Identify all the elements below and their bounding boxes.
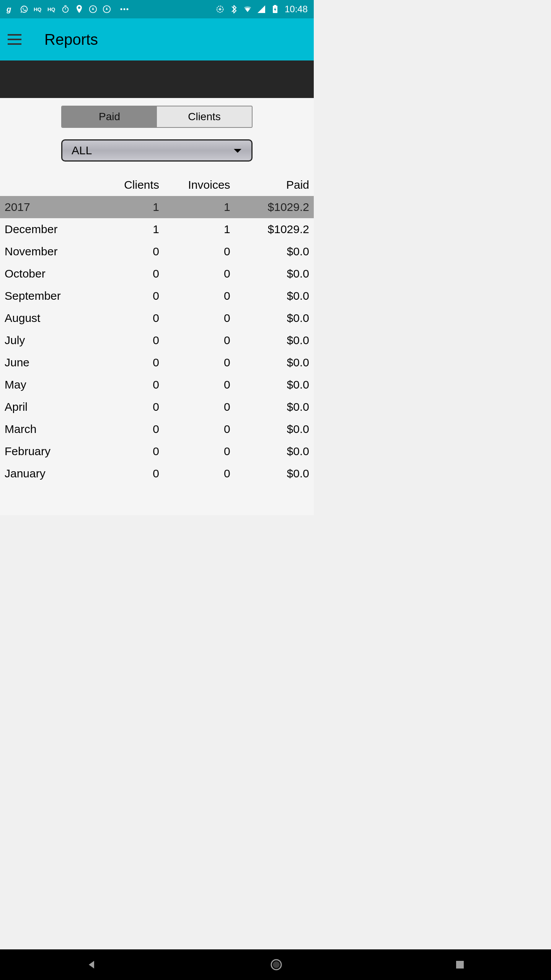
row-paid: $0.0 xyxy=(238,312,309,325)
row-invoices: 0 xyxy=(167,423,238,436)
table-row[interactable]: March00$0.0 xyxy=(0,418,314,440)
row-invoices: 0 xyxy=(167,289,238,302)
header-clients: Clients xyxy=(104,178,167,191)
row-paid: $0.0 xyxy=(238,267,309,280)
row-invoices: 0 xyxy=(167,245,238,258)
row-clients: 0 xyxy=(104,378,167,391)
svg-text:HQ: HQ xyxy=(34,7,41,12)
row-clients: 0 xyxy=(104,267,167,280)
location-icon xyxy=(75,5,83,13)
svg-point-3 xyxy=(63,7,68,13)
row-clients: 0 xyxy=(104,423,167,436)
table-row[interactable]: November00$0.0 xyxy=(0,240,314,263)
row-clients: 0 xyxy=(104,334,167,347)
menu-icon[interactable] xyxy=(8,34,21,45)
table-row[interactable]: December11$1029.2 xyxy=(0,218,314,240)
status-time: 10:48 xyxy=(285,4,308,15)
row-clients: 0 xyxy=(104,312,167,325)
row-label: April xyxy=(5,400,104,413)
table-row[interactable]: June00$0.0 xyxy=(0,351,314,374)
dropdown-value: ALL xyxy=(72,144,92,157)
tab-clients[interactable]: Clients xyxy=(157,106,252,127)
summary-row[interactable]: 2017 1 1 $1029.2 xyxy=(0,196,314,218)
table-row[interactable]: May00$0.0 xyxy=(0,374,314,396)
segmented-control: Paid Clients xyxy=(61,106,253,128)
row-paid: $0.0 xyxy=(238,400,309,413)
svg-point-8 xyxy=(127,8,129,10)
row-paid: $0.0 xyxy=(238,445,309,458)
hq-icon-2: HQ xyxy=(47,5,56,13)
filter-dropdown[interactable]: ALL xyxy=(61,139,253,162)
table-row[interactable]: July00$0.0 xyxy=(0,329,314,351)
summary-clients: 1 xyxy=(104,201,167,214)
status-bar: g HQ HQ xyxy=(0,0,314,18)
row-invoices: 0 xyxy=(167,267,238,280)
row-clients: 0 xyxy=(104,289,167,302)
row-clients: 0 xyxy=(104,400,167,413)
summary-label: 2017 xyxy=(5,201,104,214)
row-paid: $0.0 xyxy=(238,467,309,480)
row-label: July xyxy=(5,334,104,347)
flame-circle-icon-1 xyxy=(89,5,97,13)
table-row[interactable]: April00$0.0 xyxy=(0,396,314,418)
row-paid: $0.0 xyxy=(238,423,309,436)
page-title: Reports xyxy=(44,31,98,48)
row-invoices: 0 xyxy=(167,467,238,480)
timer-icon xyxy=(61,5,70,13)
tab-paid[interactable]: Paid xyxy=(62,106,157,127)
hq-icon-1: HQ xyxy=(34,5,42,13)
chevron-down-icon xyxy=(233,145,242,156)
row-invoices: 0 xyxy=(167,445,238,458)
table-header: Clients Invoices Paid xyxy=(0,162,314,196)
svg-rect-11 xyxy=(274,5,276,6)
row-label: February xyxy=(5,445,104,458)
table-row[interactable]: September00$0.0 xyxy=(0,285,314,307)
row-label: June xyxy=(5,356,104,369)
content-area: Paid Clients ALL Clients Invoices Paid 2… xyxy=(0,98,314,515)
app-g-icon: g xyxy=(6,5,15,13)
svg-text:g: g xyxy=(7,5,11,13)
row-clients: 0 xyxy=(104,356,167,369)
summary-paid: $1029.2 xyxy=(238,201,309,214)
signal-icon xyxy=(257,5,266,13)
row-clients: 0 xyxy=(104,467,167,480)
header-paid: Paid xyxy=(238,178,309,191)
row-clients: 0 xyxy=(104,445,167,458)
summary-invoices: 1 xyxy=(167,201,238,214)
app-bar: Reports xyxy=(0,18,314,60)
row-paid: $0.0 xyxy=(238,245,309,258)
row-paid: $0.0 xyxy=(238,289,309,302)
whatsapp-icon xyxy=(20,5,28,13)
row-invoices: 0 xyxy=(167,312,238,325)
row-label: January xyxy=(5,467,104,480)
row-label: August xyxy=(5,312,104,325)
row-label: May xyxy=(5,378,104,391)
table-row[interactable]: October00$0.0 xyxy=(0,263,314,285)
data-saver-icon xyxy=(216,5,224,13)
battery-charging-icon xyxy=(271,5,279,13)
row-invoices: 0 xyxy=(167,356,238,369)
row-label: March xyxy=(5,423,104,436)
bluetooth-icon xyxy=(230,5,238,13)
svg-text:HQ: HQ xyxy=(47,7,55,12)
row-label: October xyxy=(5,267,104,280)
row-invoices: 0 xyxy=(167,378,238,391)
row-paid: $1029.2 xyxy=(238,223,309,236)
table-row[interactable]: January00$0.0 xyxy=(0,462,314,485)
row-invoices: 0 xyxy=(167,400,238,413)
svg-point-7 xyxy=(124,8,126,10)
table-row[interactable]: August00$0.0 xyxy=(0,307,314,329)
header-invoices: Invoices xyxy=(167,178,238,191)
row-paid: $0.0 xyxy=(238,356,309,369)
row-clients: 0 xyxy=(104,245,167,258)
row-paid: $0.0 xyxy=(238,378,309,391)
wifi-icon xyxy=(243,5,252,13)
ad-banner-strip xyxy=(0,60,314,98)
row-label: September xyxy=(5,289,104,302)
flame-circle-icon-2 xyxy=(103,5,111,13)
row-label: November xyxy=(5,245,104,258)
row-paid: $0.0 xyxy=(238,334,309,347)
table-row[interactable]: February00$0.0 xyxy=(0,440,314,462)
row-invoices: 0 xyxy=(167,334,238,347)
svg-point-6 xyxy=(121,8,122,10)
